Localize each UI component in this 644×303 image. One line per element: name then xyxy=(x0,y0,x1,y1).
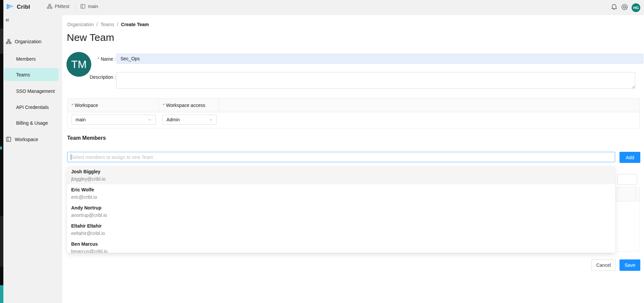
user-avatar[interactable]: HG xyxy=(632,3,640,12)
name-label: *Name : xyxy=(67,56,116,62)
member-search-input[interactable] xyxy=(67,152,615,162)
sidebar-item-members[interactable]: Members xyxy=(16,56,36,62)
workspace-access-column-header: * Workspace access xyxy=(159,99,219,112)
text-caret xyxy=(71,154,71,160)
workspace-access-table: * Workspace * Workspace access main Admi… xyxy=(67,98,640,128)
member-name: Eric Wolfe xyxy=(71,186,611,193)
suggestion-item[interactable]: Josh Biggley jbiggley@cribl.io xyxy=(67,166,615,184)
sidebar-item-billing-usage[interactable]: Billing & Usage xyxy=(16,120,48,126)
empty-column-header xyxy=(219,99,639,112)
create-team-page: Cribl PMtest main HG xyxy=(0,0,644,303)
workspace-access-table-header: * Workspace * Workspace access xyxy=(67,99,639,112)
breadcrumb-current: Create Team xyxy=(121,22,149,27)
suggestion-item[interactable]: Eric Wolfe eric@cribl.io xyxy=(67,184,615,202)
members-table-search-input[interactable] xyxy=(617,174,637,185)
workspace-switcher[interactable]: main xyxy=(80,4,98,9)
member-email: bmarcus@cribl.io xyxy=(71,248,611,253)
team-avatar: TM xyxy=(66,52,91,77)
member-suggestions-dropdown: Josh Biggley jbiggley@cribl.io Eric Wolf… xyxy=(67,166,615,253)
add-member-button[interactable]: Add xyxy=(620,152,640,163)
workspace-select[interactable]: main xyxy=(71,115,156,125)
suggestion-item[interactable]: Ben Marcus bmarcus@cribl.io xyxy=(67,239,615,253)
sidebar-item-sso-management[interactable]: SSO Management xyxy=(16,88,55,94)
sidebar-item-api-credentials[interactable]: API Credentials xyxy=(16,105,49,110)
book-icon xyxy=(80,4,86,9)
members-table-body xyxy=(615,201,640,252)
sidebar-item-label: Workspace xyxy=(15,137,38,142)
required-asterisk: * xyxy=(71,103,73,108)
sidebar-collapse-button[interactable]: « xyxy=(5,16,9,23)
workspace-column-header: * Workspace xyxy=(67,99,159,112)
members-table-header xyxy=(615,187,640,201)
workspace-select-value: main xyxy=(76,117,86,122)
column-divider xyxy=(635,188,636,201)
suggestion-item[interactable]: Andy Nortrup anortrup@cribl.io xyxy=(67,202,615,221)
member-name: Eltahir Eltahir xyxy=(71,222,611,230)
sitemap-icon xyxy=(6,39,11,44)
edge-artifact xyxy=(0,216,3,266)
breadcrumb: Organization / Teams / Create Team xyxy=(67,22,149,27)
sitemap-icon xyxy=(47,4,52,9)
workspace-access-select-value: Admin xyxy=(166,117,180,122)
organization-name: PMtest xyxy=(55,4,69,9)
cribl-logo-icon xyxy=(6,3,14,10)
member-email: eric@cribl.io xyxy=(71,193,611,201)
sidebar-item-organization[interactable]: Organization xyxy=(6,39,41,44)
chevron-down-icon xyxy=(209,118,213,122)
breadcrumb-organization[interactable]: Organization xyxy=(67,22,94,27)
sidebar-item-workspace[interactable]: Workspace xyxy=(6,136,38,142)
save-button[interactable]: Save xyxy=(620,259,640,271)
chevron-down-icon xyxy=(148,118,152,122)
member-email: anortrup@cribl.io xyxy=(71,211,611,219)
description-label: Description : xyxy=(67,74,116,80)
team-members-heading: Team Members xyxy=(67,135,106,141)
sidebar-item-label: Organization xyxy=(15,39,41,44)
team-description-textarea[interactable] xyxy=(116,72,635,89)
workspace-name: main xyxy=(88,4,98,9)
sidebar-active-highlight xyxy=(4,68,59,81)
breadcrumb-separator: / xyxy=(96,22,98,27)
page-title: New Team xyxy=(67,32,114,43)
breadcrumb-teams[interactable]: Teams xyxy=(100,22,114,27)
breadcrumb-separator: / xyxy=(117,22,118,27)
edge-artifact xyxy=(0,28,3,54)
edge-accent xyxy=(0,285,3,303)
background-window-edge xyxy=(0,0,3,303)
member-select-box[interactable] xyxy=(67,152,615,162)
workspace-access-table-row: main Admin xyxy=(67,112,639,128)
member-email: eeltahir@cribl.io xyxy=(71,230,611,237)
member-name: Andy Nortrup xyxy=(71,204,611,211)
required-asterisk: * xyxy=(97,56,99,62)
brand-name[interactable]: Cribl xyxy=(17,4,30,10)
book-icon xyxy=(6,136,11,142)
team-name-input[interactable] xyxy=(116,54,643,64)
topbar-divider xyxy=(75,3,76,11)
sidebar-item-teams[interactable]: Teams xyxy=(16,72,30,77)
support-at-icon[interactable] xyxy=(621,4,628,10)
notifications-bell-icon[interactable] xyxy=(611,4,617,10)
cancel-button[interactable]: Cancel xyxy=(591,259,616,271)
member-name: Josh Biggley xyxy=(71,168,611,175)
top-bar: Cribl PMtest main HG xyxy=(3,0,644,15)
required-asterisk: * xyxy=(163,103,164,108)
organization-switcher[interactable]: PMtest xyxy=(47,4,69,9)
workspace-access-select[interactable]: Admin xyxy=(162,115,217,125)
suggestion-item[interactable]: Eltahir Eltahir eeltahir@cribl.io xyxy=(67,221,615,239)
member-email: jbiggley@cribl.io xyxy=(71,175,611,183)
member-name: Ben Marcus xyxy=(71,240,611,248)
edge-accent xyxy=(0,146,2,149)
